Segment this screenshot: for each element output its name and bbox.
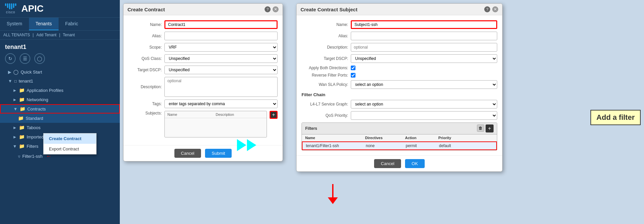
subject-l4l7-select[interactable]: select an option — [351, 100, 497, 109]
cyan-arrow-2 — [247, 139, 256, 151]
cyan-arrow-1 — [237, 139, 246, 151]
contract-name-label: Name: — [128, 22, 162, 27]
contract-dscp-row: Target DSCP: Unspecified — [128, 66, 278, 74]
contract-tags-row: Tags: enter tags separated by comma — [128, 100, 278, 108]
action-icon-2[interactable]: ☰ — [20, 53, 30, 64]
filter-row-action: permit — [406, 143, 439, 148]
filters-col-priority-header: Priority — [438, 136, 494, 140]
bar-2 — [7, 3, 8, 8]
context-menu-export-contract[interactable]: Export Contract — [44, 144, 96, 154]
tenant-link[interactable]: Tenant — [63, 33, 75, 37]
subject-name-row: Name: — [302, 20, 497, 29]
contract-desc-textarea[interactable] — [164, 77, 278, 97]
filters-col-dir-header: Directives — [365, 136, 405, 140]
filters-controls: 🗑 + — [477, 124, 494, 132]
contract-cancel-button[interactable]: Cancel — [174, 149, 201, 158]
contract-name-row: Name: — [128, 20, 278, 29]
subject-reverse-checkbox[interactable] — [351, 73, 355, 78]
subject-cancel-button[interactable]: Cancel — [374, 159, 401, 168]
tree-item-tenant1[interactable]: ▼ □ tenant1 — [0, 77, 120, 86]
contract-scope-select[interactable]: VRF — [164, 43, 278, 52]
add-subject-button[interactable]: + — [270, 111, 278, 119]
tab-system[interactable]: System — [0, 18, 29, 30]
action-icon-3[interactable]: ◯ — [34, 53, 45, 64]
contract-tags-select[interactable]: enter tags separated by comma — [164, 100, 278, 108]
contract-subjects-row: Subjects: Name Description + — [128, 111, 278, 137]
grid-icon: □ — [14, 79, 17, 84]
taboos-label: Taboos — [27, 125, 41, 130]
tree-item-taboos[interactable]: ► 📁 Taboos — [0, 123, 120, 132]
filters-table-row[interactable]: tenant1/Filter1-ssh none permit default — [302, 141, 497, 150]
imported-label: Imported — [27, 134, 44, 139]
contract-help-button[interactable]: ? — [265, 6, 271, 12]
tree-item-standard[interactable]: 📁 Standard — [0, 113, 120, 123]
filters-col-action-header: Action — [405, 136, 438, 140]
filters-trash-button[interactable]: 🗑 — [477, 124, 484, 132]
subject-reverse-row: Reverse Filter Ports: — [302, 73, 497, 78]
tenant-bar: ALL TENANTS | Add Tenant | Tenant — [0, 31, 120, 40]
chevron-down-icon-filters: ▼ — [13, 144, 17, 149]
contract-subjects-label: Subjects: — [128, 111, 162, 115]
filters-title: Filters — [305, 126, 317, 131]
contract-qos-row: QoS Class: Unspecified — [128, 54, 278, 63]
subject-apply-checkbox[interactable] — [351, 66, 355, 70]
subject-dialog-controls: ? ✕ — [484, 6, 498, 12]
subject-alias-row: Alias: — [302, 32, 497, 40]
subject-dscp-label: Target DSCP: — [302, 56, 348, 61]
subject-qosprio-label: QoS Priority: — [302, 113, 348, 118]
chevron-right-icon-net: ► — [13, 97, 17, 102]
subject-dialog-footer: Cancel OK — [297, 155, 502, 171]
context-menu-create-contract[interactable]: Create Contract — [44, 133, 96, 144]
apic-title: APIC — [21, 3, 44, 14]
subject-l4l7-row: L4-L7 Service Graph: select an option — [302, 100, 497, 109]
filters-add-button[interactable]: + — [486, 124, 494, 132]
contract-qos-select[interactable]: Unspecified — [164, 54, 278, 63]
chevron-right-icon-imported: ► — [13, 134, 17, 139]
sep-2: | — [59, 33, 60, 37]
subject-name-input[interactable] — [351, 20, 497, 29]
contract-dialog-title: Create Contract — [127, 7, 165, 12]
red-arrow-head — [328, 197, 338, 204]
tree-item-contracts[interactable]: ▼ 📁 Contracts — [0, 104, 120, 113]
contracts-label: Contracts — [27, 107, 46, 112]
contract-alias-input[interactable] — [164, 32, 278, 40]
contract-close-button[interactable]: ✕ — [273, 6, 279, 12]
create-subject-dialog: Create Contract Subject ? ✕ Name: Alias:… — [296, 3, 503, 172]
subject-desc-row: Description: — [302, 43, 497, 52]
tab-tenants[interactable]: Tenants — [29, 18, 59, 30]
subject-help-button[interactable]: ? — [484, 6, 490, 12]
sep-1: | — [33, 33, 34, 37]
tree-item-quickstart[interactable]: ▶ ◯ Quick Start — [0, 67, 120, 77]
subject-ok-button[interactable]: OK — [405, 159, 425, 168]
tree-item-networking[interactable]: ► 📁 Networking — [0, 95, 120, 104]
contract-submit-button[interactable]: Submit — [205, 149, 232, 158]
tab-fabric[interactable]: Fabric — [59, 18, 85, 30]
subject-reverse-label: Reverse Filter Ports: — [302, 73, 348, 78]
red-arrow-line — [332, 184, 333, 197]
subject-close-button[interactable]: ✕ — [492, 6, 498, 12]
bar-1 — [5, 3, 6, 6]
subject-alias-input[interactable] — [351, 32, 497, 40]
contract-name-input[interactable] — [164, 20, 278, 29]
action-icon-1[interactable]: ↻ — [5, 53, 16, 64]
add-filter-tooltip: Add a filter — [590, 110, 641, 125]
contract-dialog-body: Name: Alias: Scope: VRF QoS Class: Unspe… — [123, 15, 283, 145]
bar-3 — [9, 3, 10, 9]
subject-dscp-select[interactable]: Unspecified — [351, 54, 497, 63]
subject-desc-input[interactable] — [351, 43, 497, 52]
folder-icon-networking: 📁 — [19, 97, 25, 102]
contract-desc-row: Description: — [128, 77, 278, 97]
bar-6 — [15, 3, 16, 6]
subject-qosprio-select[interactable] — [351, 111, 497, 120]
contract-qos-label: QoS Class: — [128, 56, 162, 61]
filter1ssh-label: Filter1-ssh — [22, 154, 43, 159]
filters-col-name-header: Name — [305, 136, 365, 140]
all-tenants-link[interactable]: ALL TENANTS — [3, 33, 30, 37]
subject-wansla-select[interactable]: select an option — [351, 80, 497, 89]
filters-section: Filters 🗑 + Name Directives Action Prior… — [302, 122, 497, 150]
sidebar-header: cisco APIC — [0, 0, 120, 18]
contract-dscp-select[interactable]: Unspecified — [164, 66, 278, 74]
tree-item-app-profiles[interactable]: ► 📁 Application Profiles — [0, 86, 120, 95]
folder-icon-contracts: 📁 — [20, 106, 25, 112]
add-tenant-link[interactable]: Add Tenant — [36, 33, 57, 37]
